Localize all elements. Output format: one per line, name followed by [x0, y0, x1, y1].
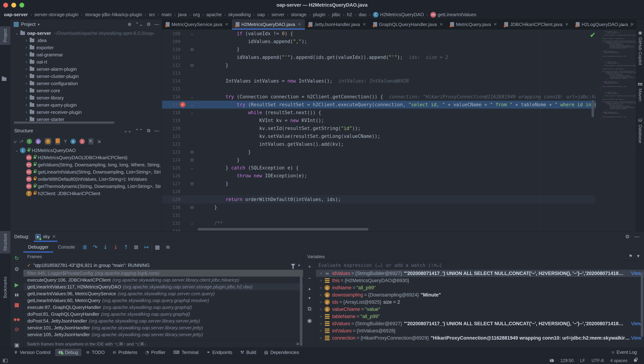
code-line[interactable]: 120 kv.setId(resultSet.getString("id"));: [162, 124, 596, 132]
fold-chevron-icon[interactable]: ⌄: [182, 110, 196, 115]
project-tree-item[interactable]: ›server-query-plugin: [10, 102, 162, 108]
autoscroll-to-source-icon[interactable]: ⇲: [97, 139, 101, 144]
step-over-icon[interactable]: ↷: [93, 244, 97, 250]
chevron-right-icon[interactable]: ›: [318, 278, 324, 283]
variable-row[interactable]: ›pids={ArrayList@6925} size = 2: [316, 298, 644, 306]
show-non-public-icon[interactable]: [55, 138, 60, 145]
code-line[interactable]: 119 KVInt kv = new KVInt();: [162, 116, 596, 124]
fold-collapse-icon[interactable]: ⊟: [182, 150, 196, 154]
breadcrumb-item[interactable]: org: [193, 12, 200, 18]
toolwindow-button-terminal[interactable]: ⌨Terminal: [170, 349, 202, 356]
breadcrumb-item[interactable]: h2: [347, 12, 352, 18]
caret-position[interactable]: 129:50: [560, 358, 573, 363]
duplicate-watch-icon[interactable]: ⧉: [308, 306, 311, 312]
frame-row[interactable]: getLinearIntValues:117, H2MetricsQueryDA…: [23, 284, 303, 290]
code-line[interactable]: 131: [162, 211, 596, 219]
variable-row[interactable]: ›connection={HikariProxyConnection@6929}…: [316, 334, 644, 342]
variable-row[interactable]: ›tableName="all_p99": [316, 313, 644, 320]
fold-collapse-icon[interactable]: ⊟: [182, 47, 196, 52]
variable-row[interactable]: ›intValues={IntValues@6928}: [316, 327, 644, 334]
structure-root-row[interactable]: ⌄cH2MetricsQueryDAO: [10, 147, 162, 154]
chevron-down-icon[interactable]: ▼: [636, 254, 640, 259]
chevron-right-icon[interactable]: ›: [318, 300, 324, 304]
editor-vscrollbar[interactable]: [591, 100, 594, 117]
chevron-right-icon[interactable]: ›: [318, 271, 324, 276]
code-line[interactable]: 108⌄ if (valueIdx != 0) {: [162, 30, 596, 38]
chevron-right-icon[interactable]: ›: [23, 88, 30, 93]
frame-row[interactable]: service:105, JettyJsonHandler(org.apache…: [23, 331, 303, 338]
fold-chevron-icon[interactable]: ⌄: [182, 32, 196, 36]
stop-icon[interactable]: ■: [14, 302, 19, 308]
project-panel-title[interactable]: Project: [21, 22, 36, 27]
chevron-right-icon[interactable]: ›: [318, 321, 324, 326]
breakpoint-icon[interactable]: ✓: [180, 102, 185, 107]
frame-row[interactable]: doPost:81, GraphQLQueryHandler(org.apach…: [23, 311, 303, 318]
chevron-right-icon[interactable]: ›: [23, 110, 30, 114]
editor-tab[interactable]: JettyJsonHandler.java✕: [305, 19, 370, 30]
project-root-row[interactable]: ⌄oap-server~/Downloads/apache-skywalking…: [10, 30, 162, 37]
chevron-right-icon[interactable]: ›: [23, 117, 30, 122]
fold-chevron-icon[interactable]: ⌄: [182, 166, 196, 170]
code-line[interactable]: 125⌄ } catch (SQLException e) {: [162, 164, 596, 172]
fold-chevron-icon[interactable]: ⌄: [182, 94, 196, 99]
chevron-right-icon[interactable]: ›: [318, 336, 324, 340]
variable-row[interactable]: ›pdownsampling={Downsampling@6924}"Minut…: [316, 291, 644, 298]
hide-panel-icon[interactable]: —: [634, 234, 639, 240]
rerun-icon[interactable]: ↻: [14, 255, 19, 261]
breadcrumb-item[interactable]: server: [271, 12, 284, 18]
frame-row[interactable]: execute:87, GraphQLQueryHandler(org.apac…: [23, 304, 303, 311]
chevron-right-icon[interactable]: ›: [318, 314, 324, 319]
collapse-all-icon[interactable]: ⌃⌃: [135, 128, 143, 134]
project-tree-item[interactable]: ›oal-rt: [10, 58, 162, 66]
frame-row[interactable]: doPost:54, JettyJsonHandler(org.apache.s…: [23, 318, 303, 324]
breadcrumb-item[interactable]: main: [162, 12, 172, 18]
minimap[interactable]: if (valueIdx != 0) { idValues.append(","…: [596, 30, 636, 232]
hide-panel-icon[interactable]: —: [154, 128, 159, 134]
code-line[interactable]: 109 idValues.append(",");: [162, 38, 596, 46]
toolwindow-button-endpoints[interactable]: ⚭Endpoints: [203, 349, 236, 356]
toolwindow-button-problems[interactable]: ⊖Problems: [109, 349, 141, 356]
code-line[interactable]: 113: [162, 69, 596, 77]
code-line[interactable]: 117⌄✓ try (ResultSet resultSet = h2Clien…: [162, 101, 596, 108]
editor-tab[interactable]: H2MetricsQueryDAO.java✕: [232, 19, 305, 30]
breadcrumb-item[interactable]: plugin: [313, 12, 326, 18]
code-line[interactable]: 116⌄ try (Connection connection = h2Clie…: [162, 93, 596, 101]
project-hscrollbar[interactable]: [14, 122, 114, 124]
indent-setting[interactable]: 4 spaces: [610, 358, 627, 363]
breadcrumb-item[interactable]: server-storage-plugin: [34, 12, 79, 18]
code-line[interactable]: 130⊟ }: [162, 203, 596, 211]
chevron-right-icon[interactable]: ›: [23, 38, 30, 43]
code-line[interactable]: 124⊟ }: [162, 156, 596, 164]
evaluate-expression-icon[interactable]: ▦: [155, 244, 160, 250]
settings-icon[interactable]: ⚙: [147, 128, 151, 134]
thread-snapshot-icon[interactable]: ▣: [14, 342, 19, 348]
stripe-tab-database[interactable]: ⛁Database: [638, 118, 643, 143]
mute-breakpoints-icon[interactable]: ⊘: [14, 326, 19, 332]
step-out-icon[interactable]: ↑: [124, 244, 128, 250]
stripe-folder-icon[interactable]: [0, 75, 10, 84]
editor-tab[interactable]: MetricQueryService.java✕: [162, 19, 232, 30]
breadcrumb-item[interactable]: java: [178, 12, 187, 18]
settings-icon[interactable]: ⚙: [625, 234, 630, 240]
project-tree-item[interactable]: ›oal-grammar: [10, 51, 162, 58]
code-line[interactable]: 115: [162, 85, 596, 93]
breadcrumb-item[interactable]: oap-server: [4, 12, 28, 18]
show-properties-icon[interactable]: p: [36, 138, 41, 144]
more-vertical-icon[interactable]: ⋮: [629, 22, 633, 27]
locate-file-icon[interactable]: ⊕: [128, 22, 132, 27]
add-watch-icon[interactable]: +: [308, 264, 311, 270]
view-link[interactable]: View: [630, 271, 641, 276]
fold-collapse-icon[interactable]: ⊟: [182, 158, 196, 162]
stripe-tab-project[interactable]: Project: [0, 26, 10, 45]
chevron-right-icon[interactable]: ›: [23, 60, 30, 64]
debug-session-tab[interactable]: ▶ sky ✕: [34, 232, 58, 242]
step-into-icon[interactable]: ↓: [103, 244, 108, 250]
stripe-tab-maven[interactable]: mMaven: [638, 81, 643, 102]
frame-row[interactable]: service:101, JettyJsonHandler(org.apache…: [23, 324, 303, 331]
filter-icon[interactable]: Y: [64, 139, 67, 144]
code-line[interactable]: 128: [162, 188, 596, 196]
variable-row[interactable]: ›idValues={StringBuilder@6927}"'20200807…: [316, 320, 644, 327]
move-down-icon[interactable]: ▼: [308, 296, 311, 300]
structure-member[interactable]: mgetValues(String, Downsampling, long, l…: [10, 161, 162, 168]
view-breakpoints-icon[interactable]: ●●: [14, 317, 20, 322]
